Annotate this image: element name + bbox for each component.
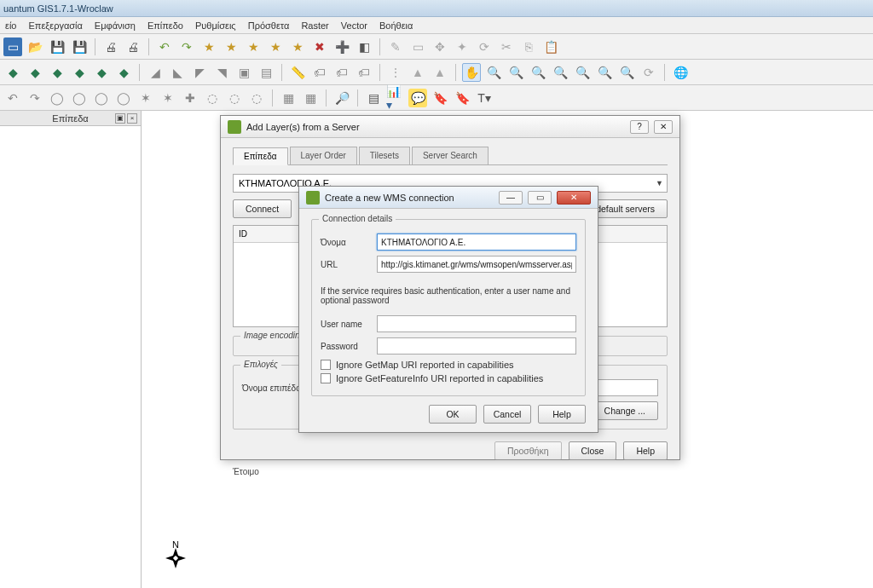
menu-settings[interactable]: Ρυθμίσεις (195, 20, 236, 31)
star3-icon[interactable]: ★ (244, 37, 263, 56)
remove-layer-icon[interactable]: ✖ (310, 37, 329, 56)
geom1-icon[interactable]: ◢ (146, 63, 165, 82)
panel-undock-icon[interactable]: ▣ (115, 113, 125, 124)
connect-button[interactable]: Connect (233, 199, 292, 218)
rotate-icon[interactable]: ⟳ (475, 37, 494, 56)
label3-icon[interactable]: 🏷 (355, 63, 373, 82)
vlayer5-icon[interactable]: ◆ (92, 63, 111, 82)
menu-vector[interactable]: Vector (341, 20, 367, 31)
vlayer1-icon[interactable]: ◆ (3, 63, 22, 82)
zoomnext-icon[interactable]: 🔍 (617, 63, 636, 82)
zoomlast-icon[interactable]: 🔍 (595, 63, 614, 82)
ok-button[interactable]: OK (429, 405, 477, 424)
rect-icon[interactable]: ▭ (408, 37, 427, 56)
menu-plugins[interactable]: Πρόσθετα (248, 20, 290, 31)
geom3-icon[interactable]: ◤ (190, 63, 209, 82)
menu-edit[interactable]: Επεξεργασία (28, 20, 82, 31)
panel-close-icon[interactable]: × (127, 113, 137, 124)
geom4-icon[interactable]: ◥ (212, 63, 231, 82)
cancel-button[interactable]: Cancel (483, 405, 531, 424)
snap1-icon[interactable]: ◌ (203, 89, 222, 107)
ring3-icon[interactable]: ◯ (92, 89, 111, 107)
ring4-icon[interactable]: ◯ (114, 89, 133, 107)
menu-view[interactable]: Εμφάνιση (95, 20, 136, 31)
star4-icon[interactable]: ★ (266, 37, 285, 56)
vlayer3-icon[interactable]: ◆ (48, 63, 66, 82)
menu-help[interactable]: Βοήθεια (379, 20, 413, 31)
open-project-icon[interactable]: 📂 (26, 37, 44, 56)
tool-a-icon[interactable]: ◧ (355, 37, 373, 56)
add-layer-icon[interactable]: ➕ (332, 37, 351, 56)
copy-icon[interactable]: ⎘ (519, 37, 538, 56)
label2-icon[interactable]: 🏷 (332, 63, 351, 82)
paste-icon[interactable]: 📋 (541, 37, 560, 56)
save-as-icon[interactable]: 💾 (70, 37, 89, 56)
menu-layer[interactable]: Επίπεδο (147, 20, 183, 31)
deselect-icon[interactable]: ▦ (301, 89, 320, 107)
menu-raster[interactable]: Raster (301, 20, 328, 31)
zoomin-icon[interactable]: 🔍 (484, 63, 503, 82)
identify-icon[interactable]: 🔎 (332, 89, 351, 107)
select-icon[interactable]: ▦ (279, 89, 298, 107)
snap3-icon[interactable]: ◌ (247, 89, 266, 107)
misc3-icon[interactable]: ▲ (431, 63, 449, 82)
print-icon[interactable]: 🖨 (101, 37, 120, 56)
name-input[interactable] (377, 233, 576, 251)
geom2-icon[interactable]: ◣ (168, 63, 187, 82)
pencil-icon[interactable]: ✎ (386, 37, 405, 56)
username-input[interactable] (377, 315, 576, 332)
password-input[interactable] (377, 337, 576, 355)
vlayer4-icon[interactable]: ◆ (70, 63, 89, 82)
misc1-icon[interactable]: ⋮ (386, 63, 405, 82)
label1-icon[interactable]: 🏷 (310, 63, 329, 82)
ignore-getmap-check[interactable]: Ignore GetMap URI reported in capabiliti… (321, 360, 576, 370)
globe-icon[interactable]: 🌐 (671, 63, 690, 82)
pan-icon[interactable]: ✋ (462, 63, 481, 82)
close-button[interactable]: Close (569, 441, 617, 460)
add-layer-help-icon[interactable]: ? (630, 120, 649, 134)
misc2-icon[interactable]: ▲ (408, 63, 427, 82)
geom5-icon[interactable]: ▣ (234, 63, 253, 82)
bookmark-icon[interactable]: 🔖 (431, 89, 449, 107)
refresh-icon[interactable]: ⟳ (639, 63, 658, 82)
help-button[interactable]: Help (623, 441, 668, 460)
geom6-icon[interactable]: ▤ (257, 63, 275, 82)
menu-file[interactable]: είο (5, 20, 16, 31)
new-project-icon[interactable]: ▭ (3, 37, 22, 56)
node2-icon[interactable]: ✚ (181, 89, 199, 107)
tab-server-search[interactable]: Server Search (412, 147, 489, 164)
url-input[interactable] (377, 256, 576, 273)
zoomfull-icon[interactable]: 🔍 (529, 63, 547, 82)
newbm-icon[interactable]: 🔖 (453, 89, 471, 107)
tips-icon[interactable]: 💬 (408, 89, 427, 107)
tab-layer-order[interactable]: Layer Order (290, 147, 357, 164)
star1-icon[interactable]: ★ (199, 37, 218, 56)
undo2-icon[interactable]: ↶ (3, 89, 22, 107)
save-icon[interactable]: 💾 (48, 37, 66, 56)
zoomout-icon[interactable]: 🔍 (506, 63, 525, 82)
zoomlayer-icon[interactable]: 🔍 (573, 63, 592, 82)
redo2-icon[interactable]: ↷ (26, 89, 44, 107)
undo-icon[interactable]: ↶ (155, 37, 174, 56)
ignore-getfeature-check[interactable]: Ignore GetFeatureInfo URI reported in ca… (321, 373, 576, 383)
wms-max-icon[interactable]: ▭ (528, 191, 552, 205)
add-layer-titlebar[interactable]: Add Layer(s) from a Server ? ✕ (221, 116, 679, 138)
ring1-icon[interactable]: ◯ (48, 89, 66, 107)
snap2-icon[interactable]: ◌ (225, 89, 244, 107)
vlayer6-icon[interactable]: ◆ (114, 63, 133, 82)
wms-close-icon[interactable]: ✕ (557, 191, 591, 205)
redo-icon[interactable]: ↷ (177, 37, 196, 56)
wms-min-icon[interactable]: — (499, 191, 523, 205)
composer-icon[interactable]: 🖨 (124, 37, 142, 56)
calc-icon[interactable]: 📊▾ (386, 89, 405, 107)
tab-layers[interactable]: Επίπεδα (233, 147, 288, 165)
zoomsel-icon[interactable]: 🔍 (551, 63, 569, 82)
table-icon[interactable]: ▤ (364, 89, 383, 107)
vlayer2-icon[interactable]: ◆ (26, 63, 44, 82)
text-icon[interactable]: T▾ (475, 89, 494, 107)
add-layer-close-icon[interactable]: ✕ (654, 120, 673, 134)
node-icon[interactable]: ✦ (453, 37, 471, 56)
ruler-icon[interactable]: 📏 (288, 63, 307, 82)
move-icon[interactable]: ✥ (431, 37, 449, 56)
star5-icon[interactable]: ★ (288, 37, 307, 56)
